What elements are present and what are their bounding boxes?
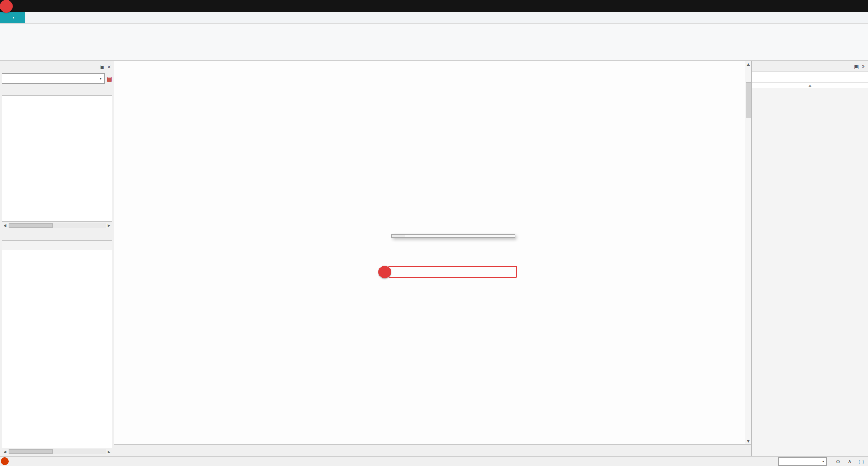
scroll-right-icon[interactable]: ▶ xyxy=(106,450,112,454)
scroll-track[interactable] xyxy=(8,223,106,228)
property-selection-header xyxy=(752,72,868,83)
statusbar: ▾ ⊕ ∧ ▢ xyxy=(0,456,868,466)
canvas-vscrollbar[interactable]: ▲ ▼ xyxy=(745,61,751,444)
scroll-up-icon[interactable]: ▲ xyxy=(745,61,751,68)
menubar: ▾ xyxy=(0,12,868,24)
scroll-thumb[interactable] xyxy=(9,223,53,228)
annotation-step-3 xyxy=(378,266,391,278)
fit-view-icon[interactable]: ▢ xyxy=(857,458,865,465)
scroll-right-icon[interactable]: ▶ xyxy=(106,224,112,228)
catalog-books-icon[interactable]: ▤ xyxy=(107,75,112,82)
product-service-panel: ▣ « ▾ ▤ ◀ ▶ ◀ ▶ xyxy=(0,61,114,456)
product-usage-table xyxy=(2,250,112,448)
titlebar xyxy=(0,0,868,12)
scroll-left-icon[interactable]: ◀ xyxy=(2,224,8,228)
annotation-step-1 xyxy=(0,0,13,13)
drawing-canvas[interactable]: ▲ ▼ xyxy=(114,61,751,444)
scroll-thumb[interactable] xyxy=(9,449,53,454)
app-window: ▾ ▣ « ▾ ▤ ◀ ▶ ◀ ▶ xyxy=(0,0,868,466)
catalog-row: ▾ ▤ xyxy=(0,73,114,84)
product-toolbar xyxy=(0,84,114,95)
panel-filler xyxy=(752,88,868,456)
collapse-panel-icon[interactable]: « xyxy=(108,64,111,70)
catalog-dropdown[interactable]: ▾ xyxy=(2,73,105,84)
collapse-strip[interactable]: ▲ xyxy=(752,83,868,88)
taskbar-app-icon[interactable] xyxy=(1,457,9,465)
property-panel-header: ▣ » xyxy=(752,61,868,72)
product-tree xyxy=(2,95,112,222)
scroll-down-icon[interactable]: ▼ xyxy=(745,438,751,444)
product-table-header xyxy=(2,240,112,250)
tree-hscrollbar[interactable]: ◀ ▶ xyxy=(2,222,112,229)
expand-panel-icon[interactable]: » xyxy=(862,63,865,69)
chevron-down-icon: ▾ xyxy=(100,77,102,81)
room-selector-dropdown[interactable]: ▾ xyxy=(778,457,827,466)
dock-icon[interactable]: ▣ xyxy=(854,63,859,69)
dock-icon[interactable]: ▣ xyxy=(100,64,104,70)
floor-plan-canvas[interactable] xyxy=(114,61,751,444)
scroll-thumb[interactable] xyxy=(746,82,751,118)
file-menu-button[interactable]: ▾ xyxy=(0,12,25,23)
usage-toolbar xyxy=(0,229,114,240)
scroll-track[interactable] xyxy=(8,449,106,454)
ribbon-toolbar xyxy=(0,24,868,61)
document-tabbar xyxy=(114,444,751,456)
table-hscrollbar[interactable]: ◀ ▶ xyxy=(2,449,112,455)
scroll-left-icon[interactable]: ◀ xyxy=(2,450,8,454)
zoom-selection-icon[interactable]: ⊕ xyxy=(834,458,842,465)
collapse-status-icon[interactable]: ∧ xyxy=(846,458,854,465)
panel-header: ▣ « xyxy=(0,61,114,73)
property-panel: ▣ » ▲ xyxy=(751,61,868,456)
chevron-down-icon: ▾ xyxy=(822,459,824,463)
context-menu xyxy=(391,234,515,238)
chevron-down-icon: ▾ xyxy=(13,16,14,20)
